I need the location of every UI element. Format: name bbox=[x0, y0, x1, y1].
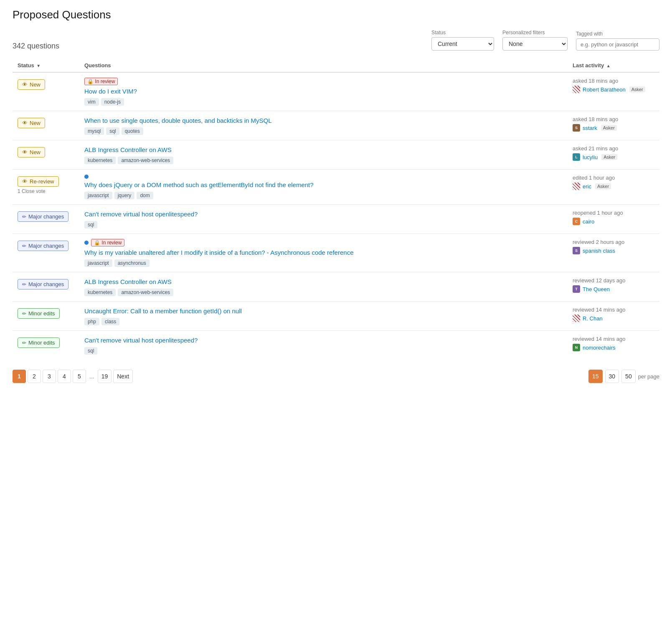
user-link[interactable]: cairo bbox=[583, 218, 594, 225]
user-link[interactable]: nomorechairs bbox=[583, 345, 616, 351]
question-count: 342 questions bbox=[13, 42, 59, 51]
status-badge-new[interactable]: 👁New bbox=[18, 118, 45, 128]
top-bar: 342 questions Status Current All Closed … bbox=[13, 30, 659, 51]
tag[interactable]: amazon-web-services bbox=[118, 157, 173, 164]
major-icon: ✏ bbox=[22, 243, 26, 249]
page-btn-19[interactable]: 19 bbox=[98, 370, 112, 383]
tagged-filter-group: Tagged with bbox=[576, 31, 659, 51]
status-cell: ✏Major changes bbox=[13, 234, 79, 272]
page-btn-1[interactable]: 1 bbox=[13, 370, 26, 383]
user-link[interactable]: sstark bbox=[583, 125, 597, 131]
status-cell: ✏Major changes bbox=[13, 272, 79, 302]
question-title[interactable]: Uncaught Error: Call to a member functio… bbox=[84, 307, 563, 315]
tag[interactable]: quotes bbox=[122, 127, 143, 135]
tag[interactable]: dom bbox=[137, 192, 153, 199]
question-title[interactable]: Can't remove virtual host openlitespeed? bbox=[84, 210, 563, 218]
page-btn-5[interactable]: 5 bbox=[73, 370, 86, 383]
question-title[interactable]: ALB Ingress Controller on AWS bbox=[84, 277, 563, 286]
user-link[interactable]: The Queen bbox=[583, 286, 610, 292]
tag[interactable]: sql bbox=[84, 347, 97, 355]
status-cell: 👁New bbox=[13, 72, 79, 111]
status-filter-select[interactable]: Current All Closed Deleted bbox=[431, 37, 494, 51]
tag[interactable]: amazon-web-services bbox=[118, 289, 173, 296]
table-row: ✏Major changesCan't remove virtual host … bbox=[13, 205, 659, 234]
tag-list: javascriptjquerydom bbox=[84, 192, 563, 199]
inline-badge-row: 🔒 In review bbox=[84, 239, 563, 246]
tag[interactable]: asynchronus bbox=[114, 259, 150, 267]
major-icon: ✏ bbox=[22, 282, 26, 287]
new-icon: 👁 bbox=[22, 81, 28, 88]
tagged-filter-input[interactable] bbox=[576, 38, 659, 51]
activity-sort-arrow: ▲ bbox=[606, 63, 611, 68]
new-icon: 👁 bbox=[22, 149, 28, 155]
status-badge-rereview[interactable]: 👁Re-review bbox=[18, 176, 59, 187]
page-btn-3[interactable]: 3 bbox=[43, 370, 56, 383]
table-row: ✏Minor editsCan't remove virtual host op… bbox=[13, 331, 659, 360]
status-badge-major[interactable]: ✏Major changes bbox=[18, 241, 68, 251]
question-title[interactable]: Can't remove virtual host openlitespeed? bbox=[84, 336, 563, 345]
status-badge-major[interactable]: ✏Major changes bbox=[18, 211, 68, 222]
tag[interactable]: javascript bbox=[84, 192, 112, 199]
pagination: 1 2 3 4 5 ... 19 Next 15 30 50 per page bbox=[13, 370, 659, 383]
activity-user: TThe Queen bbox=[573, 285, 654, 293]
user-link[interactable]: R. Chan bbox=[583, 315, 603, 322]
status-badge-minor[interactable]: ✏Minor edits bbox=[18, 337, 60, 348]
activity-time: reviewed 12 days ago bbox=[573, 277, 654, 284]
user-link[interactable]: eric bbox=[583, 183, 591, 190]
col-header-activity[interactable]: Last activity ▲ bbox=[568, 59, 659, 72]
questions-table: Status ▼ Questions Last activity ▲ 👁New🔒… bbox=[13, 59, 659, 360]
personalized-filter-group: Personalized filters None Interesting ta… bbox=[502, 30, 568, 51]
question-title[interactable]: When to use single quotes, double quotes… bbox=[84, 116, 563, 125]
activity-user: R. Chan bbox=[573, 315, 654, 322]
status-label: Minor edits bbox=[28, 310, 55, 317]
tag[interactable]: sql bbox=[106, 127, 119, 135]
avatar: S bbox=[573, 247, 580, 254]
major-icon: ✏ bbox=[22, 214, 26, 220]
tag[interactable]: kubernetes bbox=[84, 157, 116, 164]
col-header-status[interactable]: Status ▼ bbox=[13, 59, 79, 72]
tag[interactable]: php bbox=[84, 318, 99, 325]
activity-cell: reviewed 2 hours agoSspanish class bbox=[568, 234, 659, 272]
page-btn-2[interactable]: 2 bbox=[28, 370, 41, 383]
question-title[interactable]: Why is my variable unaltered after I mod… bbox=[84, 248, 563, 257]
question-title[interactable]: How do I exit VIM? bbox=[84, 87, 563, 96]
user-link[interactable]: spanish class bbox=[583, 248, 615, 254]
status-badge-new[interactable]: 👁New bbox=[18, 79, 45, 90]
tag[interactable]: kubernetes bbox=[84, 289, 116, 296]
per-page-15[interactable]: 15 bbox=[588, 370, 603, 383]
user-link[interactable]: Robert Baratheon bbox=[583, 86, 626, 93]
page-btn-4[interactable]: 4 bbox=[58, 370, 71, 383]
page-btn-next[interactable]: Next bbox=[113, 370, 133, 383]
status-badge-minor[interactable]: ✏Minor edits bbox=[18, 308, 60, 319]
status-badge-major[interactable]: ✏Major changes bbox=[18, 279, 68, 289]
per-page-50[interactable]: 50 bbox=[621, 370, 636, 383]
activity-time: reopened 1 hour ago bbox=[573, 210, 654, 216]
question-cell: When to use single quotes, double quotes… bbox=[79, 111, 568, 140]
tag[interactable]: jquery bbox=[114, 192, 135, 199]
tag-list: mysqlsqlquotes bbox=[84, 127, 563, 135]
activity-time: reviewed 2 hours ago bbox=[573, 239, 654, 245]
tag-list: phpclass bbox=[84, 318, 563, 325]
tag[interactable]: sql bbox=[84, 221, 97, 228]
status-badge-new[interactable]: 👁New bbox=[18, 147, 45, 157]
user-link[interactable]: lucyliu bbox=[583, 154, 598, 160]
page-title: Proposed Questions bbox=[13, 8, 659, 21]
per-page-30[interactable]: 30 bbox=[605, 370, 619, 383]
personalized-filter-select[interactable]: None Interesting tags Ignored tags bbox=[502, 37, 568, 51]
tag[interactable]: class bbox=[101, 318, 119, 325]
new-icon: 👁 bbox=[22, 120, 28, 126]
status-filter-label: Status bbox=[431, 30, 494, 36]
tag-list: sql bbox=[84, 221, 563, 228]
tag[interactable]: node-js bbox=[101, 98, 124, 106]
question-title[interactable]: ALB Ingress Controller on AWS bbox=[84, 145, 563, 154]
tag[interactable]: vim bbox=[84, 98, 99, 106]
avatar bbox=[573, 183, 580, 190]
status-cell: ✏Minor edits bbox=[13, 331, 79, 360]
question-title[interactable]: Why does jQuery or a DOM method such as … bbox=[84, 180, 563, 189]
activity-user: Robert BaratheonAsker bbox=[573, 86, 654, 93]
question-cell: Can't remove virtual host openlitespeed?… bbox=[79, 205, 568, 234]
tag[interactable]: javascript bbox=[84, 259, 112, 267]
in-review-badge: 🔒 In review bbox=[84, 78, 118, 85]
avatar: N bbox=[573, 344, 580, 351]
tag[interactable]: mysql bbox=[84, 127, 104, 135]
